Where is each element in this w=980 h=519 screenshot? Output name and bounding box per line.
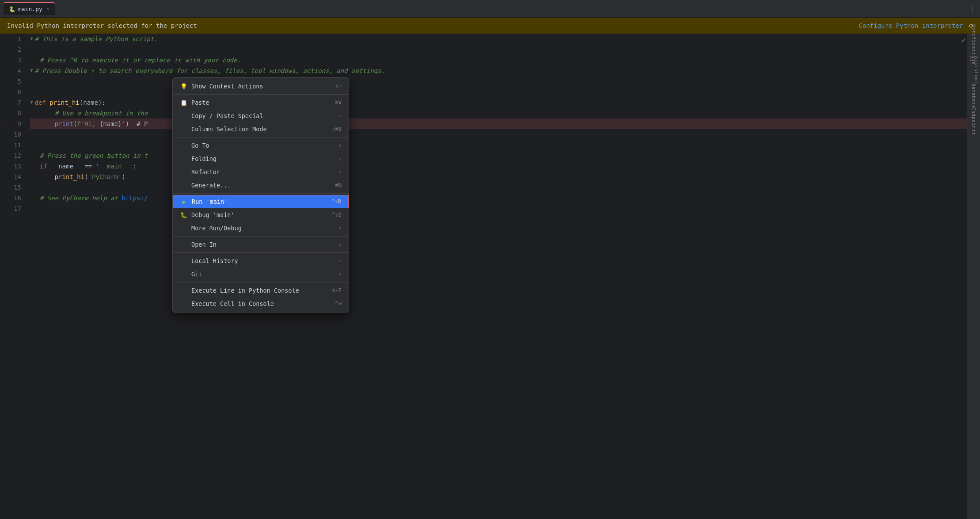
menu-item-show-context-actions[interactable]: 💡 Show Context Actions ⌥⏎ (173, 80, 349, 93)
tab-filename: main.py (18, 6, 42, 12)
editor-area: 1 2 3 4 5 6 7 8 9 10 11 12 13 14 15 16 1… (0, 34, 980, 519)
paste-icon: 📋 (180, 99, 188, 106)
code-editor[interactable]: ▼# This is a sample Python script. # Pre… (27, 34, 980, 519)
line-4: 4 (0, 65, 21, 76)
context-menu: 💡 Show Context Actions ⌥⏎ 📋 Paste ⌘V Cop… (172, 77, 349, 313)
fold-icon-4[interactable]: ▼ (30, 65, 33, 76)
run-main-label: Run 'main' (192, 198, 328, 205)
copy-paste-special-label: Copy / Paste Special (191, 112, 337, 119)
code-line-4: ▼# Press Double ⇧ to search everywhere f… (30, 65, 980, 76)
line-6: 6 (0, 87, 21, 97)
separator-2 (173, 137, 349, 137)
execute-line-shortcut: ⌥⇧E (332, 287, 342, 294)
tab-more-button[interactable]: ⋮ (969, 4, 976, 13)
fold-icon-7[interactable]: ▼ (30, 97, 33, 108)
open-in-arrow: › (338, 241, 342, 248)
light-bulb-icon: 💡 (180, 83, 188, 90)
menu-item-go-to[interactable]: Go To › (173, 139, 349, 152)
notifications-icon[interactable]: Notifications (968, 39, 980, 50)
line-9-breakpoint: 9 (0, 118, 21, 129)
warning-bar: Invalid Python interpreter selected for … (0, 18, 980, 34)
go-to-arrow: › (338, 142, 342, 149)
git-arrow: › (338, 271, 342, 277)
menu-item-open-in[interactable]: Open In › (173, 238, 349, 251)
line-numbers: 1 2 3 4 5 6 7 8 9 10 11 12 13 14 15 16 1… (0, 34, 27, 519)
run-icon: ▶ (180, 198, 188, 205)
debug-main-label: Debug 'main' (191, 211, 328, 218)
endpoints-icon[interactable]: Endpoints (968, 116, 980, 127)
menu-item-refactor[interactable]: Refactor › (173, 165, 349, 179)
debug-icon: 🐛 (180, 212, 188, 218)
checkmark-icon: ✓ (961, 35, 966, 45)
separator-5 (173, 252, 349, 253)
show-context-actions-shortcut: ⌥⏎ (335, 83, 342, 89)
folding-label: Folding (191, 155, 337, 162)
tab-bar: 🐍 main.py ✕ ⋮ (0, 0, 980, 18)
run-main-shortcut: ^⇧R (331, 198, 341, 205)
paste-label: Paste (191, 99, 332, 106)
menu-item-debug-main[interactable]: 🐛 Debug 'main' ^⇧D (173, 208, 349, 221)
refactor-label: Refactor (191, 168, 337, 176)
line-11: 11 (0, 140, 21, 150)
local-history-label: Local History (191, 257, 337, 264)
menu-item-more-run-debug[interactable]: More Run/Debug › (173, 221, 349, 235)
show-context-actions-label: Show Context Actions (191, 83, 332, 90)
more-run-debug-arrow: › (338, 225, 342, 231)
database-icon[interactable]: Database (968, 90, 980, 102)
menu-item-folding[interactable]: Folding › (173, 152, 349, 165)
separator-3 (173, 193, 349, 194)
column-selection-label: Column Selection Mode (191, 126, 332, 133)
debug-main-shortcut: ^⇧D (332, 212, 342, 218)
git-label: Git (191, 271, 337, 278)
menu-item-git[interactable]: Git › (173, 267, 349, 281)
code-line-2 (30, 44, 980, 55)
python-file-icon: 🐍 (9, 6, 15, 12)
menu-item-local-history[interactable]: Local History › (173, 254, 349, 267)
refactor-arrow: › (338, 169, 342, 175)
menu-item-copy-paste-special[interactable]: Copy / Paste Special › (173, 109, 349, 122)
menu-item-generate[interactable]: Generate... ⌘N (173, 179, 349, 192)
line-17: 17 (0, 203, 21, 214)
copy-paste-special-arrow: › (338, 113, 342, 119)
line-8: 8 (0, 108, 21, 118)
code-line-3: # Press ^R to execute it or replace it w… (30, 55, 980, 65)
tab-close-button[interactable]: ✕ (47, 6, 50, 12)
line-3: 3 (0, 55, 21, 65)
execute-cell-shortcut: ^⏎ (335, 301, 342, 307)
line-7: 7 (0, 97, 21, 108)
menu-item-paste[interactable]: 📋 Paste ⌘V (173, 96, 349, 109)
configure-interpreter-link[interactable]: Configure Python interpreter (859, 22, 963, 29)
separator-6 (173, 282, 349, 282)
execute-cell-label: Execute Cell in Console (191, 300, 335, 307)
paste-shortcut: ⌘V (335, 99, 342, 106)
line-16: 16 (0, 193, 21, 203)
line-14: 14 (0, 172, 21, 182)
ai-assistant-icon[interactable]: AI Assistant (968, 65, 980, 76)
menu-item-execute-cell[interactable]: Execute Cell in Console ^⏎ (173, 297, 349, 310)
go-to-label: Go To (191, 142, 337, 149)
menu-item-column-selection[interactable]: Column Selection Mode ⇧⌘8 (173, 122, 349, 136)
execute-line-label: Execute Line in Python Console (191, 287, 332, 294)
column-selection-shortcut: ⇧⌘8 (332, 126, 342, 132)
menu-item-run-main[interactable]: ▶ Run 'main' ^⇧R (173, 195, 349, 208)
right-sidebar: Notifications AI Assistant Database Endp… (967, 34, 980, 519)
line-15: 15 (0, 182, 21, 193)
open-in-label: Open In (191, 241, 337, 248)
folding-arrow: › (338, 156, 342, 162)
separator-1 (173, 94, 349, 95)
generate-label: Generate... (191, 182, 335, 189)
generate-shortcut: ⌘N (335, 182, 342, 188)
local-history-arrow: › (338, 258, 342, 264)
line-1: 1 (0, 34, 21, 44)
line-13-run: 13 (0, 161, 21, 172)
fold-icon-1[interactable]: ▼ (30, 34, 33, 44)
code-line-1: ▼# This is a sample Python script. (30, 34, 980, 44)
more-run-debug-label: More Run/Debug (191, 225, 337, 232)
warning-message: Invalid Python interpreter selected for … (7, 22, 197, 29)
line-10: 10 (0, 129, 21, 140)
line-5: 5 (0, 76, 21, 87)
menu-item-execute-line[interactable]: Execute Line in Python Console ⌥⇧E (173, 284, 349, 297)
line-2: 2 (0, 44, 21, 55)
separator-4 (173, 236, 349, 237)
main-py-tab[interactable]: 🐍 main.py ✕ (4, 2, 55, 15)
